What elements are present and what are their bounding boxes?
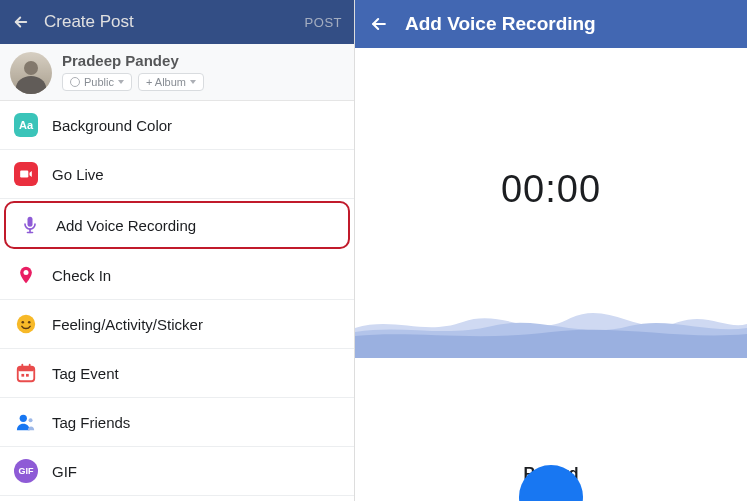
avatar[interactable]	[10, 52, 52, 94]
microphone-icon	[18, 213, 42, 237]
option-add-voice-recording[interactable]: Add Voice Recording	[4, 201, 350, 249]
chevron-down-icon	[190, 80, 196, 84]
svg-point-13	[29, 418, 33, 422]
album-label: + Album	[146, 76, 186, 88]
svg-point-2	[24, 270, 29, 275]
recording-timer: 00:00	[501, 168, 601, 211]
post-options-list: Aa Background Color Go Live Add Voice Re…	[0, 101, 354, 496]
option-tag-friends[interactable]: Tag Friends	[0, 398, 354, 447]
svg-rect-8	[21, 364, 23, 369]
svg-rect-1	[28, 217, 33, 227]
svg-rect-7	[18, 367, 35, 372]
voice-header-title: Add Voice Recording	[405, 13, 596, 35]
user-tag-icon	[14, 410, 38, 434]
option-gif[interactable]: GIF GIF	[0, 447, 354, 496]
svg-point-3	[17, 315, 35, 333]
waveform-graphic	[355, 288, 747, 358]
profile-info: Pradeep Pandey Public + Album	[62, 52, 204, 91]
svg-rect-0	[20, 171, 28, 178]
option-label: Background Color	[52, 117, 172, 134]
option-label: Tag Friends	[52, 414, 130, 431]
option-background-color[interactable]: Aa Background Color	[0, 101, 354, 150]
profile-pills: Public + Album	[62, 73, 204, 91]
smiley-icon	[14, 312, 38, 336]
location-pin-icon	[14, 263, 38, 287]
post-button[interactable]: POST	[305, 15, 342, 30]
option-tag-event[interactable]: Tag Event	[0, 349, 354, 398]
voice-recording-screen: Add Voice Recording 00:00 Record	[355, 0, 747, 501]
header-title: Create Post	[44, 12, 291, 32]
voice-header: Add Voice Recording	[355, 0, 747, 48]
svg-rect-11	[26, 374, 29, 377]
option-label: Add Voice Recording	[56, 217, 196, 234]
svg-point-4	[22, 321, 25, 324]
back-icon[interactable]	[12, 13, 30, 31]
option-label: Feeling/Activity/Sticker	[52, 316, 203, 333]
calendar-icon	[14, 361, 38, 385]
svg-point-5	[28, 321, 31, 324]
option-label: Check In	[52, 267, 111, 284]
globe-icon	[70, 77, 80, 87]
voice-body: 00:00 Record	[355, 48, 747, 501]
chevron-down-icon	[118, 80, 124, 84]
create-post-screen: Create Post POST Pradeep Pandey Public +…	[0, 0, 355, 501]
create-post-header: Create Post POST	[0, 0, 354, 44]
profile-name: Pradeep Pandey	[62, 52, 204, 69]
svg-rect-9	[29, 364, 31, 369]
privacy-selector[interactable]: Public	[62, 73, 132, 91]
privacy-label: Public	[84, 76, 114, 88]
option-check-in[interactable]: Check In	[0, 251, 354, 300]
album-selector[interactable]: + Album	[138, 73, 204, 91]
profile-strip: Pradeep Pandey Public + Album	[0, 44, 354, 101]
back-icon[interactable]	[369, 14, 389, 34]
background-color-icon: Aa	[14, 113, 38, 137]
option-label: Go Live	[52, 166, 104, 183]
camera-live-icon	[14, 162, 38, 186]
option-go-live[interactable]: Go Live	[0, 150, 354, 199]
option-label: Tag Event	[52, 365, 119, 382]
option-feeling-activity-sticker[interactable]: Feeling/Activity/Sticker	[0, 300, 354, 349]
svg-rect-10	[21, 374, 24, 377]
gif-icon: GIF	[14, 459, 38, 483]
svg-point-12	[20, 415, 27, 422]
option-label: GIF	[52, 463, 77, 480]
